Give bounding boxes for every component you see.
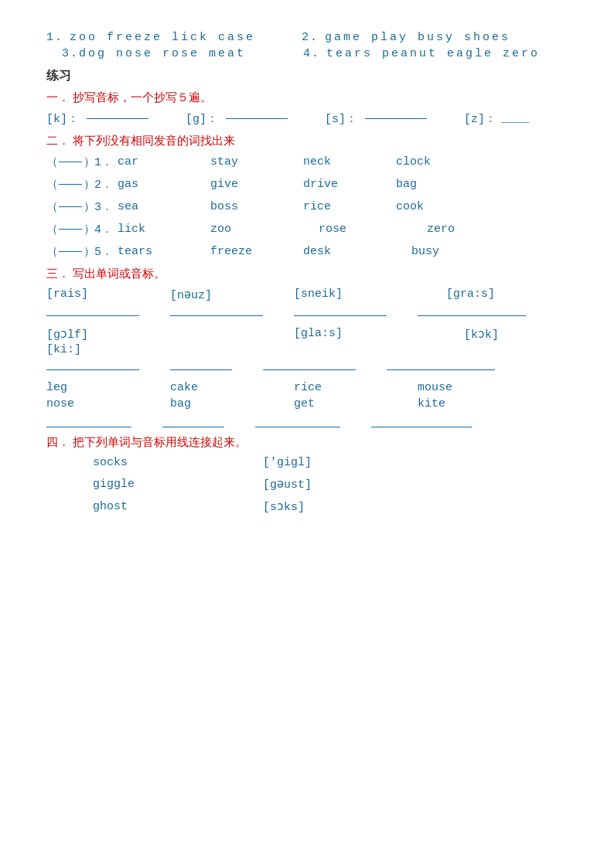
phoneme-z: [z]： ____ <box>464 111 572 126</box>
section3-num: 三． <box>46 267 70 281</box>
ex-word-1-4: clock <box>396 155 473 168</box>
ex-num-5: 5． <box>94 244 118 259</box>
answer-blank-1[interactable] <box>59 162 82 162</box>
ex-word-1-1: car <box>118 155 210 168</box>
exercise-row-3: （ ） 3． sea boss rice cook <box>46 199 568 214</box>
underline-row2 <box>46 358 568 370</box>
match-word-2: giggle <box>46 478 201 491</box>
paren-open-5: （ <box>46 244 57 259</box>
ex-word-1-3: neck <box>303 155 396 168</box>
answer-blank-5[interactable] <box>59 251 82 252</box>
header-words4: tears peanut eagle zero <box>326 47 540 60</box>
section4-header: 四． 把下列单词与音标用线连接起来。 <box>46 435 568 450</box>
section1-num: 一． <box>46 90 70 105</box>
answer-blank-4[interactable] <box>59 229 82 230</box>
ex-word-2-1: gas <box>118 178 210 191</box>
ex-word-5-1: tears <box>118 245 210 258</box>
phoneme-k-blank[interactable] <box>87 118 148 119</box>
ex-word-4-2: zoo <box>210 223 319 236</box>
word-r2-c4: kite <box>418 397 541 410</box>
section3-desc: 写出单词或音标。 <box>73 267 165 281</box>
section2-desc: 将下列没有相同发音的词找出来 <box>73 134 235 148</box>
ex-word-2-4: bag <box>396 178 473 191</box>
word-r1-c3: rice <box>294 381 418 394</box>
ex-word-2-2: give <box>210 178 303 191</box>
match-phoneme-2: [gəust] <box>201 477 356 492</box>
section1-header: 一． 抄写音标，一个抄写５遍。 <box>46 90 568 105</box>
exercise-row-2: （ ） 2． gas give drive bag <box>46 177 568 192</box>
matching-row-2: giggle [gəust] <box>46 477 568 492</box>
answer-blank-3[interactable] <box>59 206 82 207</box>
answer-line-1-1[interactable] <box>46 304 139 316</box>
phoneme-r2-c1: [gɔlf] <box>46 327 170 342</box>
bottom-blank-1[interactable] <box>46 415 131 427</box>
matching-row-3: ghost [sɔks] <box>46 499 568 514</box>
ex-word-3-1: sea <box>118 200 210 213</box>
phoneme-r2-c4-spacer <box>418 327 464 342</box>
paren-close-1: ） <box>84 155 94 169</box>
ex-word-2-3: drive <box>303 178 396 191</box>
bottom-blank-3[interactable] <box>255 415 340 427</box>
ex-word-5-3: desk <box>303 245 396 258</box>
word-r1-c4: mouse <box>418 381 541 394</box>
phoneme-s-blank[interactable] <box>365 118 427 119</box>
section1-phonemes: [k]： [g]： [s]： [z]： ____ <box>46 111 568 126</box>
ex-word-3-3: rice <box>303 200 396 213</box>
answer-line-2-1[interactable] <box>46 358 139 370</box>
header-label3: 3. <box>46 47 79 60</box>
underline-row1 <box>46 304 568 316</box>
phoneme-r1-c4: [gra:s] <box>418 288 495 302</box>
phoneme-grid-row1: [rais] [nəuz] [sneik] [gra:s] <box>46 288 568 302</box>
phoneme-g-blank[interactable] <box>226 118 288 119</box>
word-r1-c2: cake <box>170 381 294 394</box>
word-grid-row2: nose bag get kite <box>46 397 568 410</box>
paren-open-2: （ <box>46 177 57 192</box>
paren-close-5: ） <box>84 244 94 259</box>
answer-line-1-2[interactable] <box>170 304 263 316</box>
header-words1: zoo freeze lick case <box>70 31 302 44</box>
exercise-row-1: （ ） 1． car stay neck clock <box>46 155 568 169</box>
answer-blank-2[interactable] <box>59 184 82 185</box>
matching-section: socks ['gigl] giggle [gəust] ghost [sɔks… <box>46 456 568 514</box>
section4-desc: 把下列单词与音标用线连接起来。 <box>73 435 247 450</box>
ex-word-4-3: rose <box>319 223 411 236</box>
phoneme-grid-row2: [gɔlf] [gla:s] [kɔk] <box>46 327 568 342</box>
answer-line-2-4[interactable] <box>387 358 495 370</box>
ex-word-4-1: lick <box>118 223 210 236</box>
answer-line-1-4[interactable] <box>418 304 526 316</box>
exercise-row-5: （ ） 5． tears freeze desk busy <box>46 244 568 259</box>
phoneme-z-label: [z]： <box>464 111 496 126</box>
answer-line-2-2[interactable] <box>170 358 232 370</box>
answer-line-2-3[interactable] <box>263 358 356 370</box>
section4-num: 四． <box>46 435 70 450</box>
ex-word-5-4: busy <box>396 245 473 258</box>
word-r2-c2: bag <box>170 397 294 410</box>
ex-num-2: 2． <box>94 177 118 192</box>
matching-row-1: socks ['gigl] <box>46 456 568 469</box>
header-line2: 3. dog nose rose meat 4. tears peanut ea… <box>46 47 568 60</box>
word-grid-row1: leg cake rice mouse <box>46 381 568 394</box>
bottom-blank-2[interactable] <box>162 415 224 427</box>
paren-open-4: （ <box>46 222 57 237</box>
ex-word-3-2: boss <box>210 200 303 213</box>
ex-word-4-4: zero <box>411 223 489 236</box>
phoneme-r1-c2: [nəuz] <box>170 288 294 302</box>
section1-desc: 抄写音标，一个抄写５遍。 <box>73 90 212 105</box>
phoneme-k: [k]： <box>46 111 155 126</box>
phoneme-r1-c1: [rais] <box>46 288 170 302</box>
ex-num-3: 3． <box>94 199 118 214</box>
phoneme-r2-c5: [kɔk] <box>464 327 588 342</box>
phoneme-z-underline: ____ <box>501 112 529 125</box>
section2-header: 二． 将下列没有相同发音的词找出来 <box>46 134 568 148</box>
match-word-1: socks <box>46 456 201 469</box>
paren-open-1: （ <box>46 155 57 169</box>
header-words2: game play busy shoes <box>325 31 510 44</box>
ex-num-4: 4． <box>94 222 118 237</box>
practice-label: 练习 <box>46 68 568 84</box>
word-r2-c3: get <box>294 397 418 410</box>
phoneme-r1-c3: [sneik] <box>294 288 418 302</box>
ex-num-1: 1． <box>94 155 118 169</box>
bottom-blank-4[interactable] <box>371 415 472 427</box>
ex-word-1-2: stay <box>210 155 303 168</box>
answer-line-1-3[interactable] <box>294 304 387 316</box>
